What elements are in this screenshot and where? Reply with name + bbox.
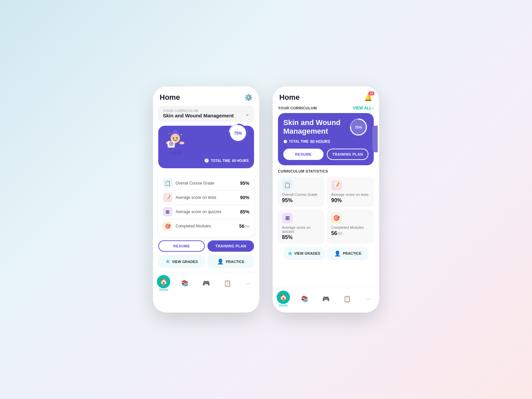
right-lessons-icon: 📚 (301, 295, 308, 303)
course-training-button[interactable]: TRAINING PLAN (327, 149, 368, 160)
stat-card-overall: 📋 Overall Course Grade 95% (278, 177, 325, 207)
stat-card-tests: 📝 Average score on tests 90% (327, 177, 374, 207)
svg-point-10 (173, 130, 177, 134)
notification-bell[interactable]: 🔔 28 (364, 93, 372, 101)
curriculum-dropdown[interactable]: YOUR CURRICULUM Skin and Wound Managemen… (158, 106, 254, 122)
right-nav-games[interactable]: 🎮 (318, 295, 334, 303)
avg-tests-value: 90% (240, 195, 249, 200)
curriculum-section-header: YOUR CURRICULUM VIEW ALL › (273, 106, 379, 113)
total-time-value: 60 HOURS (232, 159, 249, 163)
svg-point-3 (169, 150, 182, 155)
stat-quizzes-value: 85% (282, 234, 321, 240)
side-peek-card (372, 126, 378, 152)
course-total-time: 🕐 TOTAL TIME 60 HOURS (283, 139, 368, 144)
overall-grade-label: Overall Course Grade (176, 181, 214, 186)
course-clock-icon: 🕐 (283, 140, 287, 143)
stat-tests-label: Average score on tests (331, 193, 370, 197)
quick-actions: ★ VIEW GRADES 👤 PRACTICE (158, 255, 254, 268)
svg-rect-8 (180, 142, 184, 144)
stat-card-quizzes: ⊞ Average score on quizzes 85% (278, 209, 325, 244)
total-time-label: TOTAL TIME (211, 159, 230, 163)
right-nav-assignments[interactable]: 📋 (339, 295, 355, 303)
left-phone: Home ⚙️ YOUR CURRICULUM Skin and Wound M… (153, 86, 259, 313)
right-practice-label: PRACTICE (343, 251, 361, 255)
course-resume-button[interactable]: RESUME (283, 149, 324, 160)
nav-home[interactable]: 🏠 Home (155, 275, 172, 292)
right-quick-actions: ★ VIEW GRADES 👤 PRACTICE (278, 247, 374, 260)
stat-tests-value: 90% (331, 198, 370, 203)
right-star-icon: ★ (288, 250, 292, 257)
practice-label: PRACTICE (226, 260, 244, 264)
curriculum-title: Skin and Wound Management (163, 113, 234, 118)
training-plan-button[interactable]: TRAINING PLAN (207, 240, 254, 252)
stat-quizzes-label: Average score on quizzes (282, 225, 321, 233)
overall-grade-value: 95% (240, 181, 249, 186)
stat-tests-icon: 📝 (331, 180, 342, 191)
nav-more[interactable]: ··· (240, 280, 257, 287)
statistics-section: CURRICULUM STATISTICS 📋 Overall Course G… (273, 169, 379, 263)
svg-point-12 (176, 137, 178, 139)
stat-modules-label: Completed Modules (331, 225, 370, 229)
left-header: Home ⚙️ (153, 86, 259, 106)
right-more-icon: ··· (366, 296, 371, 303)
chevron-right-icon: › (372, 106, 374, 110)
right-practice-button[interactable]: 👤 PRACTICE (327, 247, 368, 260)
course-time-label: TOTAL TIME (289, 140, 309, 143)
practice-button[interactable]: 👤 PRACTICE (207, 255, 254, 268)
nav-lessons[interactable]: 📚 (177, 280, 193, 287)
right-page-title: Home (279, 93, 300, 102)
right-view-grades-button[interactable]: ★ VIEW GRADES (283, 247, 325, 260)
stat-row-overall: 📋 Overall Course Grade 95% (163, 176, 249, 191)
view-all-link[interactable]: VIEW ALL › (353, 106, 374, 110)
right-header: Home 🔔 28 (273, 86, 379, 106)
avg-quizzes-value: 85% (240, 209, 249, 214)
home-icon: 🏠 (160, 278, 168, 286)
bottom-nav: 🏠 Home 📚 🎮 📋 ··· (153, 272, 259, 297)
resume-button[interactable]: RESUME (158, 240, 205, 252)
course-buttons: RESUME TRAINING PLAN (283, 149, 368, 160)
svg-point-11 (173, 137, 174, 139)
right-assignments-icon: 📋 (343, 295, 351, 303)
right-bottom-nav: 🏠 Home 📚 🎮 📋 ··· (273, 288, 379, 313)
avg-quizzes-icon: ⊞ (163, 207, 172, 216)
stat-overall-value: 95% (282, 198, 321, 203)
course-card: 75% Skin and WoundManagement 🕐 TOTAL TIM… (278, 113, 374, 165)
action-buttons: RESUME TRAINING PLAN (158, 240, 254, 252)
settings-icon[interactable]: ⚙️ (244, 93, 253, 101)
avg-quizzes-label: Average score on quizzes (176, 209, 221, 214)
games-icon: 🎮 (202, 280, 210, 287)
right-games-icon: 🎮 (322, 295, 330, 303)
right-nav-home[interactable]: 🏠 Home (275, 291, 292, 307)
course-progress-circle: 75% (348, 117, 368, 138)
clock-icon: 🕐 (204, 158, 209, 163)
view-grades-button[interactable]: ★ VIEW GRADES (158, 255, 205, 268)
right-nav-more[interactable]: ··· (360, 296, 377, 303)
right-home-icon: 🏠 (279, 293, 288, 301)
chevron-down-icon: ⌄ (245, 111, 249, 117)
notification-badge: 28 (368, 91, 374, 95)
nav-games[interactable]: 🎮 (198, 280, 214, 287)
star-icon: ★ (165, 258, 170, 265)
svg-text:✦: ✦ (180, 133, 183, 136)
completed-modules-label: Completed Modules (176, 224, 211, 228)
course-time-value: 60 HOURS (310, 139, 330, 144)
right-view-grades-label: VIEW GRADES (294, 251, 320, 255)
practice-icon: 👤 (217, 258, 224, 265)
stat-row-modules: 🎯 Completed Modules 56/80 (163, 219, 249, 233)
total-time: 🕐 TOTAL TIME 60 HOURS (164, 158, 249, 163)
completed-modules-value: 56/80 (239, 223, 249, 229)
nav-assignments[interactable]: 📋 (219, 280, 236, 287)
stat-modules-value: 56/80 (331, 230, 370, 236)
stats-card: 📋 Overall Course Grade 95% 📝 Average sco… (158, 172, 254, 237)
stat-row-tests: 📝 Average score on tests 90% (163, 191, 249, 205)
curriculum-label: YOUR CURRICULUM (163, 109, 234, 113)
stat-quizzes-icon: ⊞ (282, 213, 293, 223)
stat-modules-icon: 🎯 (331, 213, 342, 223)
stat-row-quizzes: ⊞ Average score on quizzes 85% (163, 205, 249, 219)
svg-text:✦: ✦ (168, 133, 170, 135)
stat-card-modules: 🎯 Completed Modules 56/80 (327, 209, 374, 244)
right-nav-lessons[interactable]: 📚 (296, 295, 313, 303)
avg-tests-icon: 📝 (163, 193, 172, 202)
curriculum-section-label: YOUR CURRICULUM (278, 106, 317, 110)
home-nav-label: Home (159, 288, 168, 292)
